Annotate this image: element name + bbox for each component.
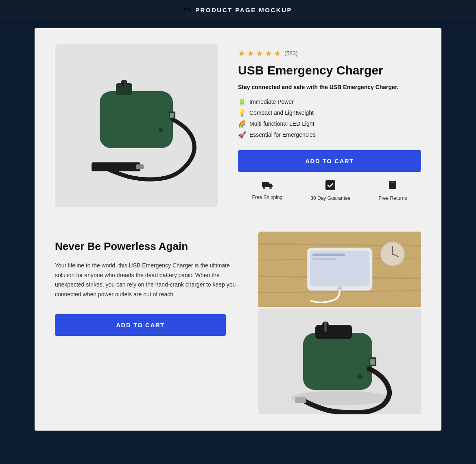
product-top-section: ★ ★ ★ ★ ★ (583) USB Emergency Charger St… [55,44,421,207]
stars-row: ★ ★ ★ ★ ★ (583) [238,48,421,58]
svg-rect-24 [312,258,337,260]
svg-rect-6 [92,162,140,171]
svg-rect-5 [170,113,174,118]
product-bottom-section: Never Be Powerless Again Your lifeline t… [55,232,421,414]
feature-emoji-4: 🚀 [238,131,246,139]
returns-icon [387,180,398,193]
svg-rect-32 [303,333,372,390]
shipping-icon [262,180,273,192]
returns-label: Free Returns [378,195,407,201]
star-2: ★ [247,48,254,58]
feature-item-1: 🔋 Immediate Power [238,98,421,106]
product-title: USB Emergency Charger [238,63,421,78]
svg-rect-38 [295,397,306,403]
svg-point-8 [159,128,163,132]
product-image-box [55,44,218,207]
feature-item-3: 🌈 Multi-functional LED Light [238,120,421,128]
svg-rect-7 [136,164,144,169]
site-header: 🛍 PRODUCT PAGE MOCKUP [0,0,476,20]
svg-rect-10 [262,182,269,187]
svg-rect-37 [370,359,375,365]
header-title: PRODUCT PAGE MOCKUP [195,7,292,13]
svg-rect-3 [124,80,127,91]
svg-rect-33 [315,325,352,339]
product-image-svg [67,59,205,193]
svg-point-11 [263,187,265,189]
svg-point-12 [269,187,271,189]
features-list: 🔋 Immediate Power 💡 Compact and Lightwei… [238,98,421,139]
feature-emoji-2: 💡 [238,109,246,117]
star-1: ★ [238,48,245,58]
feature-item-4: 🚀 Essential for Emergencies [238,131,421,139]
feature-text-2: Compact and Lightweight [249,109,314,116]
product-info: ★ ★ ★ ★ ★ (583) USB Emergency Charger St… [238,44,421,207]
collage-image-top [258,232,421,307]
feature-item-2: 💡 Compact and Lightweight [238,109,421,117]
feature-emoji-1: 🔋 [238,98,246,106]
collage-image-bottom [258,309,421,414]
image-collage [258,232,421,414]
trust-badge-shipping: Free Shipping [252,180,283,201]
svg-rect-22 [310,251,369,286]
svg-rect-13 [325,180,335,190]
shipping-label: Free Shipping [252,195,283,200]
section-title: Never Be Powerless Again [55,240,238,254]
star-5: ★ [274,48,281,58]
shopify-icon: 🛍 [184,6,191,14]
guarantee-label: 30 Day Guarantee [310,195,350,201]
guarantee-icon [325,180,336,193]
svg-rect-0 [100,91,173,148]
star-4: ★ [265,48,272,58]
trust-badge-returns: Free Returns [378,180,407,201]
svg-point-39 [358,374,362,379]
svg-rect-9 [118,88,121,93]
feature-emoji-3: 🌈 [238,120,246,128]
feature-text-3: Multi-functional LED Light [249,120,314,127]
feature-text-1: Immediate Power [249,98,294,105]
star-3: ★ [256,48,263,58]
add-to-cart-button-top[interactable]: ADD TO CART [238,150,421,172]
svg-rect-35 [324,322,327,332]
trust-badge-guarantee: 30 Day Guarantee [310,180,350,201]
add-to-cart-button-bottom[interactable]: ADD TO CART [55,314,226,336]
trust-badges: Free Shipping 30 Day Guarantee [238,180,421,201]
review-count: (583) [284,50,298,57]
section-body: Your lifeline to the world, this USB Eme… [55,261,238,300]
product-subtitle: Stay connected and safe with the USB Eme… [238,83,421,92]
svg-rect-23 [312,254,345,256]
product-description: Never Be Powerless Again Your lifeline t… [55,232,238,336]
main-content: ★ ★ ★ ★ ★ (583) USB Emergency Charger St… [35,28,441,431]
feature-text-4: Essential for Emergencies [249,131,316,138]
